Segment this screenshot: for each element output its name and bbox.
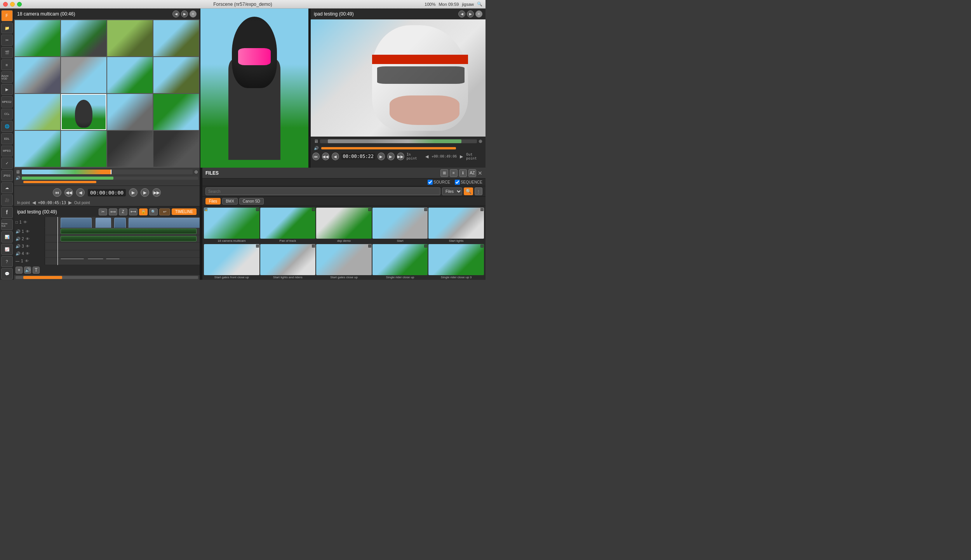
ipad-prev-btn[interactable]: ◀◀ [322,153,329,160]
multicam-scrubber[interactable] [22,170,193,174]
cam-cell-10[interactable] [61,94,106,130]
add-track-btn[interactable]: + [16,267,23,274]
cam-cell-6[interactable] [61,57,106,93]
files-search-input[interactable] [205,187,440,195]
thumb-item-4[interactable]: □Start [372,208,428,243]
cam-cell-1[interactable] [15,20,60,56]
sidebar-btn-help[interactable]: ? [1,256,13,267]
sidebar-btn-youtube[interactable]: ▶ [1,84,13,95]
thumb-item-7[interactable]: □Start lights and riders [260,244,316,280]
timeline-bottom-scrubber[interactable] [16,276,198,279]
cam-cell-3[interactable] [107,20,153,56]
thumb-item-1[interactable]: □🔒18 camera multicam [204,208,259,243]
thumb-item-6[interactable]: □Start gates front close up [204,244,259,280]
multicam-next-btn[interactable]: ▶▶ [152,188,161,197]
text-clip-3[interactable] [106,258,120,259]
filter-tab-bmx[interactable]: BMX [222,198,238,205]
track-content-audio-1[interactable] [45,228,200,235]
track-text-eye[interactable]: 👁 [25,259,29,263]
ipad-go-start-btn[interactable]: ⏮ [312,153,320,160]
track-audio-3-eye[interactable]: 👁 [26,244,30,248]
cam-cell-5[interactable] [15,57,60,93]
multicam-frame-fwd-btn[interactable]: ▶ [141,188,149,197]
sidebar-btn-facebook[interactable]: f [1,207,13,218]
undo-btn[interactable]: ↩ [159,208,170,215]
files-info-btn[interactable]: ℹ [459,169,467,177]
cam-cell-4[interactable] [153,20,199,56]
audio-clip-2[interactable] [61,236,197,241]
cam-cell-11[interactable] [107,94,153,130]
track-content-audio-3[interactable] [45,243,200,250]
ipad-scrubber[interactable] [320,139,477,143]
thumb-item-2[interactable]: □Pan of track [260,208,316,243]
cam-cell-2[interactable] [61,20,106,56]
files-search-btn[interactable]: 🔍 [464,187,473,195]
sidebar-btn-mpeg2[interactable]: MPEG2 [1,96,13,107]
cam-cell-13[interactable] [15,131,60,167]
search-icon[interactable]: 🔍 [477,2,482,7]
ipad-play-btn[interactable]: ▶ [378,153,385,160]
add-text-track-btn[interactable]: T [33,267,40,274]
ipad-frame-back-btn[interactable]: ◀ [332,153,339,160]
cam-cell-16[interactable] [153,131,199,167]
track-audio-1-eye[interactable]: 👁 [26,229,30,234]
cut-tool-btn[interactable]: ✂ [99,208,107,215]
timeline-btn[interactable]: TIMELINE [172,208,197,215]
ipad-frame-fwd-btn[interactable]: ▶ [387,153,395,160]
cam-cell-14[interactable] [61,131,106,167]
track-video-eye[interactable]: 👁 [23,220,27,224]
sidebar-btn-comment[interactable]: 💬 [1,268,13,279]
multicam-frame-back-btn[interactable]: ◀ [76,188,85,197]
thumb-item-10[interactable]: □Single rider close up 3 [428,244,484,280]
sidebar-btn-scissors[interactable]: ✂ [1,35,13,46]
files-close-btn[interactable]: ✕ [478,170,482,176]
minimize-window-button[interactable] [10,2,15,7]
sidebar-btn-mpeg[interactable]: MPEG [1,146,13,157]
track-content-audio-4[interactable] [45,250,200,257]
multicam-play-btn[interactable]: ▶ [129,188,137,197]
sidebar-btn-film[interactable]: 🎬 [1,47,13,58]
multicam-prev-btn[interactable]: ◀◀ [64,188,73,197]
sidebar-logo[interactable]: F [1,10,13,21]
sidebar-btn-cloud[interactable]: ☁ [1,182,13,194]
cam-cell-12[interactable] [153,94,199,130]
zoom-tool-btn[interactable]: 🔍 [149,208,158,215]
roll-tool-btn[interactable]: ⟷ [129,208,137,215]
files-sort-btn[interactable]: AZ [468,169,476,177]
files-folder-select[interactable]: Files [442,187,462,195]
slip-tool-btn[interactable]: Z [119,208,127,215]
cam-cell-15[interactable] [107,131,153,167]
sidebar-btn-cc1[interactable]: CC₁ [1,109,13,120]
sidebar-btn-edl[interactable]: EDL [1,133,13,144]
sidebar-btn-check[interactable]: ✓ [1,158,13,169]
sidebar-btn-azure-vod[interactable]: Azure VOD [1,71,13,83]
filter-tab-files[interactable]: Files [205,198,221,205]
ipad-panel-close-btn[interactable]: ✕ [475,10,482,17]
files-grid-view-btn[interactable]: ⊞ [440,169,448,177]
sidebar-btn-azure-sub[interactable]: Azure Sub [1,219,13,231]
maximize-window-button[interactable] [17,2,22,7]
close-window-button[interactable] [3,2,8,7]
cam-cell-9[interactable] [15,94,60,130]
ipad-next-btn[interactable]: ▶▶ [397,153,404,160]
source-checkbox[interactable] [428,180,433,185]
sidebar-btn-jpeg[interactable]: JPEG [1,170,13,181]
sidebar-btn-list[interactable]: ≡ [1,59,13,71]
files-extra-btn[interactable]: ⋮ [475,187,482,195]
cam-cell-7[interactable] [107,57,153,93]
track-content-text-1[interactable] [45,258,200,265]
sequence-checkbox[interactable] [455,180,460,185]
multicam-prev-btn[interactable]: ◀ [172,10,179,17]
lock-tool-btn[interactable]: 🔒 [139,208,148,215]
filter-tab-canon5d[interactable]: Canon 5D [239,198,264,205]
sidebar-btn-analytics[interactable]: 📈 [1,244,13,255]
multicam-next-btn[interactable]: ▶ [181,10,188,17]
thumb-item-9[interactable]: □Single rider close up [372,244,428,280]
thumb-item-5[interactable]: □Start lights [428,208,484,243]
ipad-panel-next-btn[interactable]: ▶ [467,10,474,17]
multicam-close-btn[interactable]: ✕ [190,10,197,17]
sidebar-btn-folder[interactable]: 📁 [1,23,13,34]
sidebar-btn-globe[interactable]: 🌐 [1,121,13,132]
sidebar-btn-chart[interactable]: 📊 [1,231,13,243]
add-audio-track-btn[interactable]: 🔊 [24,267,31,274]
